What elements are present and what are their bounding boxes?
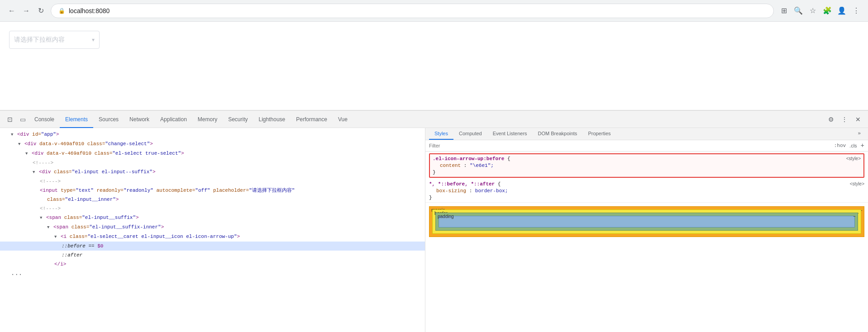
- filter-hov-button[interactable]: :hov: [834, 143, 846, 148]
- tab-dom-breakpoints[interactable]: DOM Breakpoints: [533, 128, 583, 140]
- bookmark-button[interactable]: ☆: [806, 5, 819, 17]
- dom-line[interactable]: ▼ <span class="el-input__suffix-inner">: [0, 223, 425, 232]
- dom-ellipsis[interactable]: ...: [0, 269, 425, 278]
- tab-elements[interactable]: Elements: [60, 111, 93, 128]
- dom-line[interactable]: ▼ <div class="el-input el-input--suffix"…: [0, 167, 425, 177]
- dom-pseudo-before[interactable]: ::before == $0: [0, 242, 425, 251]
- devtools-panel: ⊡ ▭ Console Elements Sources Network App…: [0, 110, 868, 332]
- browser-actions: ⊞ 🔍 ☆ 🧩 👤 ⋮: [777, 5, 863, 17]
- address-bar[interactable]: 🔒 localhost:8080: [51, 4, 774, 18]
- url-text: localhost:8080: [69, 7, 110, 14]
- tab-computed[interactable]: Computed: [453, 128, 487, 140]
- tab-security[interactable]: Security: [223, 111, 253, 128]
- dom-line[interactable]: ▼ <div data-v-469af010 class="change-sel…: [0, 139, 425, 149]
- select-placeholder: 请选择下拉框内容: [14, 36, 88, 44]
- css-rule-box-sizing: <style> *, *::before, *::after { box-siz…: [425, 180, 868, 203]
- select-dropdown[interactable]: 请选择下拉框内容 ▾: [9, 31, 100, 49]
- triangle-icon[interactable]: ▼: [33, 170, 35, 175]
- more-options-button[interactable]: ⋮: [838, 113, 851, 126]
- tab-sources[interactable]: Sources: [93, 111, 124, 128]
- triangle-icon[interactable]: ▼: [47, 225, 49, 230]
- zoom-button[interactable]: 🔍: [792, 5, 805, 17]
- device-toolbar-button[interactable]: ▭: [16, 113, 29, 126]
- tab-styles[interactable]: Styles: [429, 128, 453, 140]
- filter-bar: :hov .cls +: [425, 140, 868, 152]
- filter-plus-button[interactable]: +: [861, 142, 864, 149]
- box-model-section: margin – border – padding –: [425, 203, 868, 241]
- tab-performance[interactable]: Performance: [291, 111, 333, 128]
- dom-line[interactable]: class="el-input__inner">: [0, 195, 425, 204]
- profile-button[interactable]: 👤: [835, 5, 848, 17]
- tab-event-listeners[interactable]: Event Listeners: [487, 128, 533, 140]
- browser-chrome: ← → ↻ 🔒 localhost:8080 ⊞ 🔍 ☆ 🧩 👤 ⋮: [0, 0, 868, 22]
- css-rule-icon-arrow: <style> .el-icon-arrow-up:before { conte…: [429, 153, 864, 178]
- dom-pseudo-after[interactable]: ::after: [0, 251, 425, 260]
- reload-button[interactable]: ↻: [34, 5, 47, 17]
- dom-line[interactable]: ▼ <span class="el-input__suffix">: [0, 213, 425, 223]
- styles-panel: Styles Computed Event Listeners DOM Brea…: [425, 128, 868, 332]
- tab-memory[interactable]: Memory: [192, 111, 223, 128]
- filter-cls-button[interactable]: .cls: [849, 143, 857, 148]
- close-devtools-button[interactable]: ✕: [852, 113, 864, 126]
- dom-line[interactable]: <input type="text" readonly="readonly" a…: [0, 186, 425, 195]
- dom-line[interactable]: </i>: [0, 260, 425, 269]
- dom-panel[interactable]: ▼ <div id="app"> ▼ <div data-v-469af010 …: [0, 128, 425, 332]
- dom-line[interactable]: ▼ <i class="el-select__caret el-input__i…: [0, 232, 425, 242]
- page-content: 请选择下拉框内容 ▾: [0, 22, 868, 110]
- tab-network[interactable]: Network: [124, 111, 155, 128]
- box-model-content: [439, 216, 855, 228]
- devtools-end-buttons: ⚙ ⋮ ✕: [825, 113, 864, 126]
- tab-application[interactable]: Application: [155, 111, 192, 128]
- lock-icon: 🔒: [58, 8, 65, 14]
- box-model-padding: padding –: [435, 213, 858, 231]
- tab-console[interactable]: Console: [29, 111, 60, 128]
- translate-button[interactable]: ⊞: [777, 5, 790, 17]
- styles-tabs: Styles Computed Event Listeners DOM Brea…: [425, 128, 868, 140]
- tab-properties[interactable]: Properties: [582, 128, 616, 140]
- select-arrow-icon: ▾: [92, 37, 95, 43]
- box-model-margin: margin – border – padding –: [429, 206, 864, 237]
- dom-line[interactable]: <!---->: [0, 177, 425, 186]
- dom-line[interactable]: ▼ <div id="app">: [0, 130, 425, 139]
- puzzle-button[interactable]: 🧩: [821, 5, 834, 17]
- tab-lighthouse[interactable]: Lighthouse: [253, 111, 291, 128]
- dom-line[interactable]: <!---->: [0, 158, 425, 167]
- inspect-element-button[interactable]: ⊡: [4, 113, 16, 126]
- triangle-icon[interactable]: ▼: [54, 235, 57, 239]
- triangle-icon[interactable]: ▼: [40, 216, 42, 220]
- box-model-border: border – padding –: [432, 209, 861, 234]
- dom-line[interactable]: ▼ <div data-v-469af010 class="el-select …: [0, 149, 425, 158]
- styles-tab-more[interactable]: »: [854, 128, 864, 140]
- filter-input[interactable]: [429, 143, 830, 148]
- devtools-main: ▼ <div id="app"> ▼ <div data-v-469af010 …: [0, 128, 868, 332]
- dom-line[interactable]: <!---->: [0, 204, 425, 213]
- menu-button[interactable]: ⋮: [850, 5, 863, 17]
- triangle-icon[interactable]: ▼: [11, 133, 13, 137]
- settings-button[interactable]: ⚙: [825, 113, 837, 126]
- nav-buttons: ← → ↻: [5, 5, 47, 17]
- tab-vue[interactable]: Vue: [333, 111, 353, 128]
- devtools-toolbar: ⊡ ▭ Console Elements Sources Network App…: [0, 111, 868, 128]
- back-button[interactable]: ←: [5, 5, 18, 17]
- triangle-icon[interactable]: ▼: [18, 142, 20, 147]
- triangle-icon[interactable]: ▼: [25, 152, 28, 156]
- forward-button[interactable]: →: [20, 5, 33, 17]
